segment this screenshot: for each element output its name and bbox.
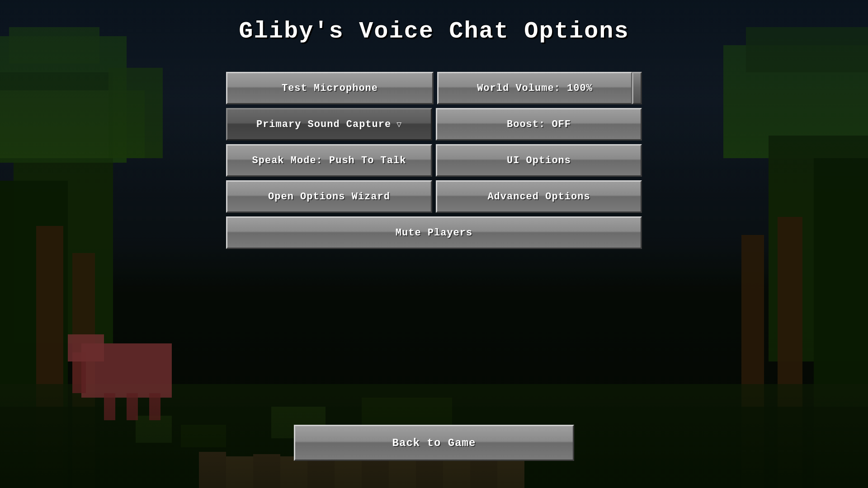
primary-sound-capture-label: Primary Sound Capture xyxy=(256,119,391,130)
mute-players-button[interactable]: Mute Players xyxy=(226,216,642,249)
boost-button[interactable]: Boost: OFF xyxy=(436,108,642,141)
row-3: Speak Mode: Push To Talk UI Options xyxy=(226,144,642,177)
row-5: Mute Players xyxy=(226,216,642,249)
primary-sound-capture-button[interactable]: Primary Sound Capture ▽ xyxy=(226,108,432,141)
main-content: Gliby's Voice Chat Options Test Micropho… xyxy=(0,0,868,488)
dropdown-icon: ▽ xyxy=(396,119,402,129)
world-volume-button[interactable]: World Volume: 100% xyxy=(437,72,632,104)
open-options-wizard-button[interactable]: Open Options Wizard xyxy=(226,180,432,213)
speak-mode-button[interactable]: Speak Mode: Push To Talk xyxy=(226,144,432,177)
back-button-container: Back to Game xyxy=(294,425,574,461)
options-container: Test Microphone World Volume: 100% Prima… xyxy=(226,72,642,249)
advanced-options-button[interactable]: Advanced Options xyxy=(436,180,642,213)
row-1: Test Microphone World Volume: 100% xyxy=(226,72,642,104)
world-volume-scrollbar[interactable] xyxy=(632,72,642,104)
ui-options-button[interactable]: UI Options xyxy=(436,144,642,177)
page-title: Gliby's Voice Chat Options xyxy=(239,18,629,45)
row-2: Primary Sound Capture ▽ Boost: OFF xyxy=(226,108,642,141)
row-4: Open Options Wizard Advanced Options xyxy=(226,180,642,213)
test-microphone-button[interactable]: Test Microphone xyxy=(226,72,434,104)
back-to-game-button[interactable]: Back to Game xyxy=(294,425,574,461)
